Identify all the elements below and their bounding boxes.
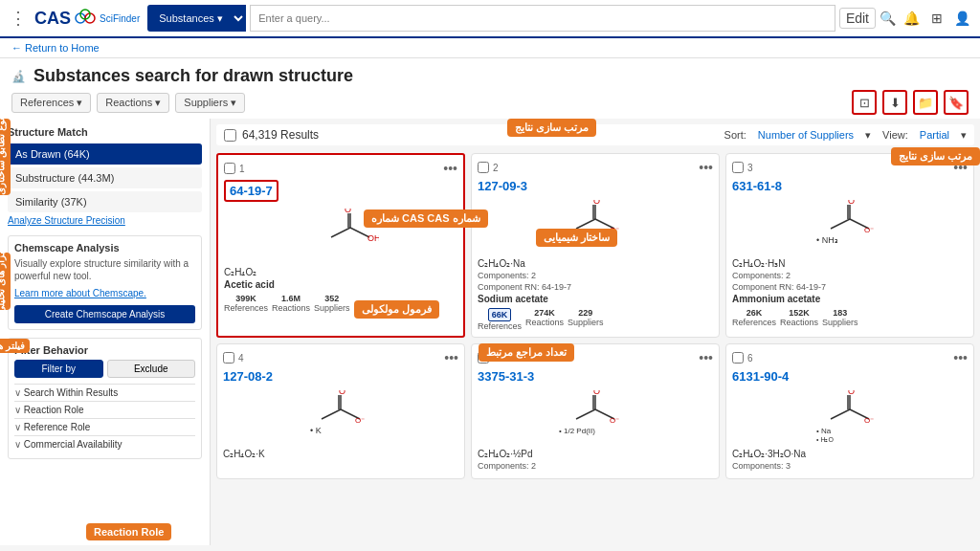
svg-text:• 1/2 Pd(II): • 1/2 Pd(II) — [559, 427, 595, 435]
result-card: 3 ••• 631-61-8 O O⁻ • NH₃ — [725, 153, 974, 338]
stat-reactions: 1.6M Reactions — [272, 294, 310, 313]
card-checkbox[interactable] — [224, 163, 235, 174]
card-more-btn[interactable]: ••• — [953, 350, 968, 365]
structure-match-title: Structure Match — [8, 126, 202, 138]
card-name: Acetic acid — [224, 279, 457, 290]
card-name: Sodium acetate — [478, 294, 713, 304]
card-more-btn[interactable]: ••• — [699, 160, 713, 175]
folder-icon[interactable]: 📁 — [913, 90, 938, 115]
suppliers-dropdown-btn[interactable]: Suppliers ▾ — [175, 93, 245, 113]
card-formula: C₂H₄O₂·½Pd — [478, 449, 713, 459]
reaction-role-item[interactable]: Reaction Role — [14, 401, 195, 418]
annotation-structure: ساختار شیمیایی — [536, 229, 617, 247]
card-formula: C₂H₄O₂·K — [223, 449, 458, 459]
compare-icon[interactable]: ⊡ — [852, 90, 877, 115]
reference-role-item[interactable]: Reference Role — [14, 418, 195, 435]
exclude-btn[interactable]: Exclude — [107, 360, 196, 378]
sidebar: Structure Match As Drawn (64K) Substruct… — [0, 119, 211, 545]
page-icon: 🔬 — [11, 70, 26, 83]
card-structure: O O⁻ • 1/2 Pd(II) — [478, 387, 713, 445]
svg-text:O: O — [593, 390, 600, 396]
annotation-reaction-role: Reaction Role — [86, 523, 171, 540]
references-dropdown-btn[interactable]: References ▾ — [11, 93, 91, 113]
annotation-structure-match: نوع تطابق ساختاری — [0, 119, 11, 195]
svg-text:• Na: • Na — [816, 427, 832, 435]
pencil-icon[interactable]: Edit — [839, 8, 876, 29]
page-header: 🔬 Substances search for drawn structure — [0, 58, 980, 86]
breadcrumb[interactable]: ← Return to Home — [0, 38, 980, 58]
filter-row: Filter by Exclude — [14, 360, 195, 378]
bell-icon[interactable]: 🔔 — [903, 11, 920, 26]
card-formula: C₂H₄O₂·H₃N — [732, 258, 968, 269]
logo: CAS SciFinder — [34, 9, 140, 29]
card-more-btn[interactable]: ••• — [699, 350, 713, 365]
filter-by-btn[interactable]: Filter by — [14, 360, 103, 378]
card-checkbox[interactable] — [223, 352, 234, 364]
card-num: 3 — [747, 163, 753, 173]
svg-line-3 — [331, 228, 350, 237]
chemscape-link[interactable]: Learn more about Chemscape. — [14, 288, 146, 298]
stat-reactions: 274K Reactions — [525, 308, 564, 331]
scifinder-text: SciFinder — [100, 13, 140, 24]
select-all-checkbox[interactable] — [224, 129, 236, 142]
card-component-rn: Component RN: 64-19-7 — [478, 282, 713, 292]
card-cas[interactable]: 64-19-7 — [224, 180, 278, 202]
annotation-sort-results2: مرتب سازی نتایج — [891, 147, 980, 165]
results-grid: 1 ••• 64-19-7 OH O C₂H₄O₂ Acet — [216, 153, 974, 479]
svg-text:O: O — [848, 200, 855, 206]
search-button[interactable]: 🔍 — [880, 11, 896, 26]
annotation-formula: فرمول مولکولی — [354, 300, 439, 319]
annotation-sort-results: مرتب سازی نتایج — [507, 119, 596, 137]
stat-suppliers: 229 Suppliers — [568, 308, 604, 331]
card-checkbox[interactable] — [732, 352, 744, 364]
user-icon[interactable]: 👤 — [954, 11, 970, 26]
cas-logo-icon — [75, 9, 96, 28]
card-cas[interactable]: 6131-90-4 — [732, 369, 968, 384]
card-stats: 26K References 152K Reactions 183 Suppli… — [732, 308, 968, 327]
svg-line-9 — [576, 219, 595, 229]
view-arrow: ▾ — [961, 129, 967, 142]
search-within-item[interactable]: Search Within Results — [14, 384, 195, 401]
toolbar-right: ⊡ ⬇ 📁 🔖 — [852, 90, 969, 115]
card-components: Components: 2 — [478, 271, 713, 280]
match-as-drawn-btn[interactable]: As Drawn (64K) — [8, 143, 202, 165]
svg-line-4 — [350, 228, 369, 237]
result-card: 5 ••• 3375-31-3 O O⁻ • 1/2 Pd(II) — [471, 343, 720, 479]
chemscape-title: Chemscape Analysis — [14, 242, 195, 253]
svg-line-23 — [322, 409, 341, 419]
bookmark-icon[interactable]: 🔖 — [944, 90, 969, 115]
card-cas[interactable]: 127-08-2 — [223, 369, 458, 384]
card-more-btn[interactable]: ••• — [443, 161, 457, 176]
analyze-structure-link[interactable]: Analyze Structure Precision — [8, 215, 202, 226]
reactions-dropdown-btn[interactable]: Reactions ▾ — [97, 93, 169, 113]
card-checkbox[interactable] — [478, 162, 489, 173]
search-type-dropdown[interactable]: Substances ▾ — [147, 5, 246, 32]
card-components: Components: 2 — [732, 271, 968, 280]
card-checkbox[interactable] — [732, 162, 744, 173]
create-chemscape-btn[interactable]: Create Chemscape Analysis — [14, 305, 195, 323]
menu-dots[interactable]: ⋮ — [10, 8, 27, 29]
card-more-btn[interactable]: ••• — [444, 350, 458, 365]
grid-icon[interactable]: ⊞ — [931, 11, 943, 26]
card-formula: C₂H₄O₂ — [224, 267, 457, 277]
card-name: Ammonium acetate — [732, 294, 968, 304]
match-substructure-btn[interactable]: Substructure (44.3M) — [8, 167, 202, 188]
card-cas[interactable]: 631-61-8 — [732, 179, 968, 193]
card-formula: C₂H₄O₂·3H₂O·Na — [732, 449, 968, 459]
structure-match-section: Structure Match As Drawn (64K) Substruct… — [8, 126, 202, 226]
svg-text:O⁻: O⁻ — [864, 416, 874, 425]
svg-text:OH: OH — [368, 233, 379, 243]
svg-line-37 — [831, 409, 850, 419]
main-layout: مرتب سازی نتایج مرتب سازی نتایج نوع تطاب… — [0, 119, 980, 545]
match-similarity-btn[interactable]: Similarity (37K) — [8, 191, 202, 212]
ammonium-acetate-structure: O O⁻ • NH₃ — [812, 200, 888, 253]
download-icon[interactable]: ⬇ — [882, 90, 907, 115]
sort-value[interactable]: Number of Suppliers — [758, 129, 854, 142]
card-cas[interactable]: 127-09-3 — [478, 179, 713, 193]
svg-text:O⁻: O⁻ — [355, 416, 365, 425]
commercial-availability-item[interactable]: Commercial Availability — [14, 435, 195, 452]
card-cas[interactable]: 3375-31-3 — [478, 369, 713, 384]
svg-text:• NH₃: • NH₃ — [816, 235, 838, 245]
view-value[interactable]: Partial — [920, 129, 949, 142]
search-input[interactable] — [250, 5, 835, 32]
